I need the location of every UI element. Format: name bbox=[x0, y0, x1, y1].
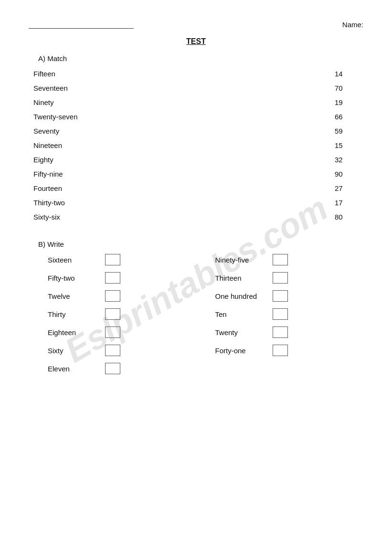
write-word: Ten bbox=[215, 310, 268, 318]
write-row: Ninety-five bbox=[215, 254, 364, 265]
section-a-label: A) Match bbox=[29, 54, 363, 63]
match-row: Fifteen14 bbox=[33, 68, 363, 80]
write-word: Sixty bbox=[48, 347, 100, 355]
match-row: Seventeen70 bbox=[33, 83, 363, 94]
page-title: TEST bbox=[29, 37, 363, 46]
write-row: Fifty-two bbox=[48, 272, 196, 284]
write-box[interactable] bbox=[273, 308, 288, 320]
write-box[interactable] bbox=[105, 308, 120, 320]
match-number: 70 bbox=[335, 83, 363, 94]
write-row: Thirty bbox=[48, 308, 196, 320]
section-a: A) Match Fifteen14Seventeen70Ninety19Twe… bbox=[29, 54, 363, 226]
write-box[interactable] bbox=[273, 290, 288, 302]
write-word: Thirteen bbox=[215, 274, 268, 282]
match-row: Fourteen27 bbox=[33, 183, 363, 194]
match-row: Nineteen15 bbox=[33, 140, 363, 151]
write-row: Ten bbox=[215, 308, 364, 320]
match-number: 66 bbox=[335, 111, 363, 123]
match-row: Eighty32 bbox=[33, 154, 363, 166]
write-word: Thirty bbox=[48, 310, 100, 318]
match-number: 32 bbox=[335, 154, 363, 166]
write-row: One hundred bbox=[215, 290, 364, 302]
match-row: Ninety19 bbox=[33, 97, 363, 108]
match-word: Seventy bbox=[33, 126, 129, 137]
match-word: Thirty-two bbox=[33, 197, 129, 209]
section-b-label: B) Write bbox=[29, 240, 363, 248]
match-word: Fifty-nine bbox=[33, 168, 129, 180]
match-number: 27 bbox=[335, 183, 363, 194]
match-word: Nineteen bbox=[33, 140, 129, 151]
write-word: Twelve bbox=[48, 292, 100, 300]
write-word: Ninety-five bbox=[215, 256, 268, 264]
write-box[interactable] bbox=[105, 326, 120, 338]
match-area: Fifteen14Seventeen70Ninety19Twenty-seven… bbox=[29, 68, 363, 226]
name-label: Name: bbox=[342, 21, 363, 29]
write-word: Eleven bbox=[48, 365, 100, 373]
write-word: Eighteen bbox=[48, 328, 100, 337]
match-number: 17 bbox=[335, 197, 363, 209]
write-row: Sixteen bbox=[48, 254, 196, 265]
match-row: Sixty-six80 bbox=[33, 211, 363, 223]
match-number: 19 bbox=[335, 97, 363, 108]
match-rows: Fifteen14Seventeen70Ninety19Twenty-seven… bbox=[33, 68, 363, 226]
write-word: Twenty bbox=[215, 328, 268, 337]
match-row: Twenty-seven66 bbox=[33, 111, 363, 123]
match-row: Thirty-two17 bbox=[33, 197, 363, 209]
match-word: Sixty-six bbox=[33, 211, 129, 223]
write-box[interactable] bbox=[273, 345, 288, 356]
name-line bbox=[29, 19, 134, 29]
match-row: Fifty-nine90 bbox=[33, 168, 363, 180]
header-row: Name: bbox=[29, 19, 363, 29]
write-box[interactable] bbox=[273, 326, 288, 338]
write-box[interactable] bbox=[105, 254, 120, 265]
write-word: Forty-one bbox=[215, 347, 268, 355]
match-word: Seventeen bbox=[33, 83, 129, 94]
write-columns: SixteenFifty-twoTwelveThirtyEighteenSixt… bbox=[29, 254, 363, 381]
match-word: Ninety bbox=[33, 97, 129, 108]
match-word: Eighty bbox=[33, 154, 129, 166]
write-left-col: SixteenFifty-twoTwelveThirtyEighteenSixt… bbox=[48, 254, 196, 381]
write-word: Sixteen bbox=[48, 256, 100, 264]
write-row: Eleven bbox=[48, 363, 196, 374]
match-word: Twenty-seven bbox=[33, 111, 129, 123]
write-word: One hundred bbox=[215, 292, 268, 300]
write-word: Fifty-two bbox=[48, 274, 100, 282]
write-right-col: Ninety-fiveThirteenOne hundredTenTwentyF… bbox=[215, 254, 364, 381]
write-box[interactable] bbox=[105, 345, 120, 356]
write-box[interactable] bbox=[273, 272, 288, 284]
write-row: Forty-one bbox=[215, 345, 364, 356]
write-row: Twenty bbox=[215, 326, 364, 338]
match-number: 14 bbox=[335, 68, 363, 80]
match-word: Fifteen bbox=[33, 68, 129, 80]
write-row: Sixty bbox=[48, 345, 196, 356]
match-row: Seventy59 bbox=[33, 126, 363, 137]
write-box[interactable] bbox=[273, 254, 288, 265]
write-box[interactable] bbox=[105, 272, 120, 284]
write-row: Eighteen bbox=[48, 326, 196, 338]
match-number: 80 bbox=[335, 211, 363, 223]
match-number: 59 bbox=[335, 126, 363, 137]
match-number: 15 bbox=[335, 140, 363, 151]
write-box[interactable] bbox=[105, 363, 120, 374]
write-row: Thirteen bbox=[215, 272, 364, 284]
section-b: B) Write SixteenFifty-twoTwelveThirtyEig… bbox=[29, 240, 363, 381]
match-word: Fourteen bbox=[33, 183, 129, 194]
match-number: 90 bbox=[335, 168, 363, 180]
write-row: Twelve bbox=[48, 290, 196, 302]
write-box[interactable] bbox=[105, 290, 120, 302]
